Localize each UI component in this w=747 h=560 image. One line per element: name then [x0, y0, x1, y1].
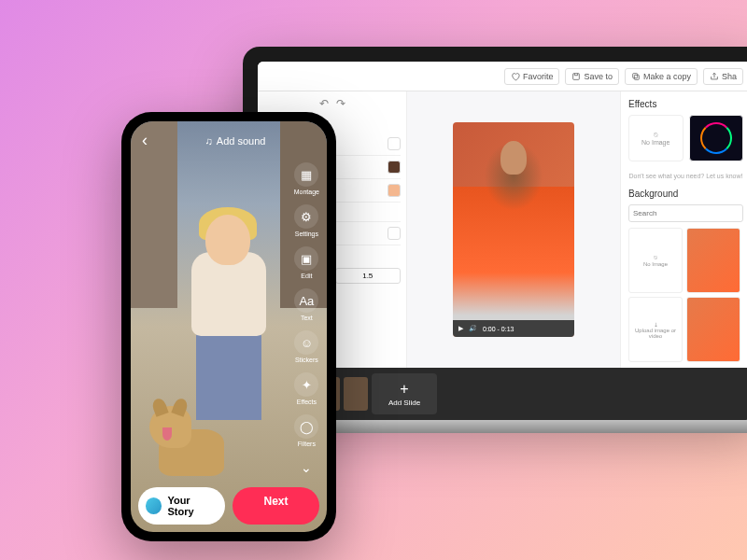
bg-thumb-1[interactable] [686, 228, 740, 293]
add-sound-button[interactable]: ♫ Add sound [155, 135, 316, 147]
stickers-label: Stickers [295, 357, 318, 363]
bg-grid: ⦰ No Image ⤓ Upload image or video [628, 228, 743, 362]
preview-person [500, 141, 527, 175]
swatch-peach[interactable] [388, 184, 401, 197]
share-icon [710, 72, 719, 81]
saveto-button[interactable]: Save to [565, 68, 619, 85]
phone-mockup: ‹ ♫ Add sound ▦ Montage ⚙ Settings ▣ Edi… [121, 112, 336, 541]
plus-icon: + [400, 382, 408, 397]
save-icon [571, 72, 581, 81]
effects-title: Effects [628, 99, 743, 109]
no-image-card[interactable]: ⦰ No Image [628, 115, 684, 161]
bg-no-image[interactable]: ⦰ No Image [628, 228, 683, 293]
undo-redo: ↶ ↷ [263, 97, 401, 110]
makecopy-label: Make a copy [643, 72, 691, 81]
svg-rect-0 [573, 73, 580, 79]
add-sound-label: Add sound [217, 135, 266, 147]
tool-effects[interactable]: ✦ Effects [294, 372, 318, 405]
play-bar: ▶ 🔊 0:00 - 0:13 [453, 320, 574, 337]
avatar [146, 497, 162, 514]
dog-ear-right [171, 397, 189, 417]
background-title: Background [628, 189, 743, 199]
favorite-label: Favorite [523, 72, 554, 81]
upload-label: Upload image or video [629, 328, 682, 339]
svg-rect-1 [634, 75, 639, 79]
montage-label: Montage [294, 189, 319, 195]
anime-dog [149, 392, 233, 476]
montage-icon: ▦ [294, 162, 318, 187]
edit-icon: ▣ [294, 246, 318, 271]
next-label: Next [263, 495, 288, 508]
phone-bottom-bar: Your Story Next [138, 487, 319, 525]
phone-screen: ‹ ♫ Add sound ▦ Montage ⚙ Settings ▣ Edi… [131, 121, 327, 532]
favorite-button[interactable]: Favorite [504, 68, 560, 85]
edit-label: Edit [301, 273, 312, 279]
copy-icon [631, 72, 641, 81]
anime-person [173, 215, 285, 401]
filters-label: Filters [298, 441, 316, 447]
bg-search-input[interactable] [628, 204, 743, 222]
redo-icon[interactable]: ↷ [336, 97, 345, 110]
add-slide-button[interactable]: + Add Slide [372, 373, 437, 414]
dog-ear-left [150, 397, 168, 417]
canvas-area: ▶ 🔊 0:00 - 0:13 [407, 91, 620, 368]
volume-icon[interactable]: 🔊 [469, 325, 477, 332]
tool-filters[interactable]: ◯ Filters [294, 414, 318, 447]
effects-icon: ✦ [294, 372, 318, 397]
preview-canvas[interactable]: ▶ 🔊 0:00 - 0:13 [453, 122, 574, 337]
bg-upload[interactable]: ⤓ Upload image or video [628, 297, 683, 362]
saveto-label: Save to [584, 72, 613, 81]
filters-icon: ◯ [294, 414, 318, 439]
effects-grid: ⦰ No Image [628, 115, 743, 161]
bg-no-image-label: No Image [643, 261, 668, 267]
heart-icon [511, 72, 520, 81]
tool-stickers[interactable]: ☺ Stickers [294, 330, 318, 363]
time-label: 0:00 - 0:13 [483, 326, 514, 332]
your-story-button[interactable]: Your Story [138, 487, 225, 525]
no-image-icon: ⦰ [654, 132, 658, 139]
phone-content: ‹ ♫ Add sound ▦ Montage ⚙ Settings ▣ Edi… [131, 121, 327, 532]
swatch-white[interactable] [388, 137, 401, 150]
topbar: Favorite Save to Make a copy Sha [258, 62, 747, 91]
bg-thumb-2[interactable] [686, 297, 740, 362]
music-icon: ♫ [205, 135, 213, 147]
sticker-icon: ☺ [294, 330, 318, 355]
no-image-icon-2: ⦰ [654, 255, 657, 261]
share-label: Sha [722, 72, 737, 81]
effects-label: Effects [297, 399, 317, 405]
text-icon: Aa [294, 288, 318, 313]
phone-topbar: ‹ ♫ Add sound [131, 131, 327, 150]
text-label: Text [301, 315, 313, 321]
neon-effect-card[interactable] [689, 115, 744, 161]
dog-tongue [162, 427, 172, 441]
next-button[interactable]: Next [233, 487, 319, 525]
right-panel: Effects ⦰ No Image Don't see what you ne… [620, 91, 747, 368]
share-button[interactable]: Sha [703, 68, 743, 85]
effects-caption: Don't see what you need? Let us know! [628, 173, 743, 179]
tool-rail: ▦ Montage ⚙ Settings ▣ Edit Aa Text ☺ [294, 162, 319, 475]
dog-head [149, 406, 191, 448]
play-icon[interactable]: ▶ [458, 325, 463, 332]
makecopy-button[interactable]: Make a copy [625, 68, 698, 85]
undo-icon[interactable]: ↶ [319, 97, 329, 110]
person-head [205, 215, 250, 265]
tool-settings[interactable]: ⚙ Settings [294, 204, 318, 237]
chevron-down-icon[interactable]: ⌄ [301, 460, 312, 475]
speed-15-button[interactable]: 1.5 [335, 268, 402, 284]
swatch-white-2[interactable] [388, 227, 401, 240]
upload-icon: ⤓ [654, 321, 658, 328]
tool-text[interactable]: Aa Text [294, 288, 318, 321]
tool-montage[interactable]: ▦ Montage [294, 162, 319, 195]
add-slide-label: Add Slide [388, 399, 420, 407]
no-image-label: No Image [641, 139, 669, 146]
tool-edit[interactable]: ▣ Edit [294, 246, 318, 279]
timeline-frame-3[interactable] [344, 377, 368, 411]
story-label: Your Story [167, 495, 218, 517]
settings-label: Settings [295, 231, 318, 237]
back-icon[interactable]: ‹ [142, 131, 148, 150]
swatch-brown[interactable] [388, 161, 401, 174]
gear-icon: ⚙ [294, 204, 318, 229]
svg-rect-2 [633, 73, 638, 77]
